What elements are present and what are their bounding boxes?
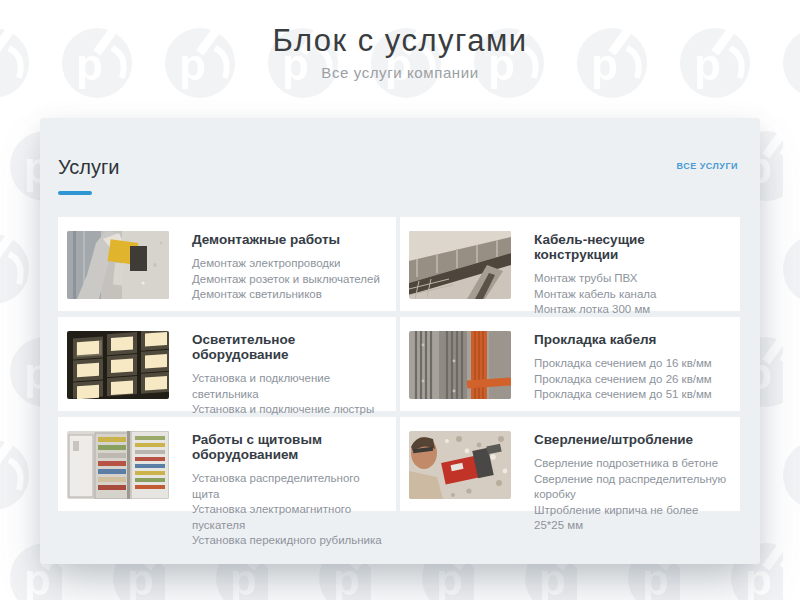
service-card-demolition[interactable]: Демонтажные работы Демонтаж электропрово…: [58, 217, 396, 311]
page-subtitle: Все услуги компании: [0, 64, 800, 81]
service-line: Демонтаж розеток и выключателей: [192, 272, 380, 288]
service-info: Кабель-несущие конструкции Монтаж трубы …: [534, 231, 730, 311]
cable-tray-ceiling-photo: [409, 231, 511, 299]
service-line: Установка и подключение светильника: [192, 371, 386, 402]
service-title: Работы с щитовым оборудованием: [192, 432, 386, 462]
service-info: Осветительное оборудование Установка и п…: [192, 331, 386, 411]
service-info: Прокладка кабеля Прокладка сечением до 1…: [534, 331, 712, 411]
service-card-cable-structures[interactable]: Кабель-несущие конструкции Монтаж трубы …: [400, 217, 740, 311]
service-line: Демонтаж электропроводки: [192, 256, 380, 272]
service-line: Демонтаж светильников: [192, 287, 380, 303]
switchboard-cabinets-photo: [67, 431, 169, 499]
all-services-link[interactable]: ВСЕ УСЛУГИ: [676, 161, 738, 171]
services-grid: Демонтажные работы Демонтаж электропрово…: [58, 217, 740, 511]
service-line: Сверление под распределительную коробку: [534, 472, 730, 503]
heading-accent-bar: [58, 191, 92, 195]
service-line: Сверление подрозетника в бетоне: [534, 456, 730, 472]
service-line: Монтаж кабель канала: [534, 287, 730, 303]
service-card-lighting[interactable]: Осветительное оборудование Установка и п…: [58, 317, 396, 411]
service-title: Прокладка кабеля: [534, 332, 712, 347]
service-info: Работы с щитовым оборудованием Установка…: [192, 431, 386, 511]
service-line: Прокладка сечением до 51 кв/мм: [534, 387, 712, 403]
card-heading: Услуги: [58, 156, 120, 179]
service-title: Кабель-несущие конструкции: [534, 232, 730, 262]
service-info: Сверление/штробление Сверление подрозетн…: [534, 431, 730, 511]
drilling-worker-photo: [409, 431, 511, 499]
services-card: Услуги ВСЕ УСЛУГИ: [40, 118, 760, 564]
service-title: Осветительное оборудование: [192, 332, 386, 362]
service-title: Демонтажные работы: [192, 232, 380, 247]
service-line: Монтаж лотка 300 мм: [534, 302, 730, 318]
page-header: Блок с услугами Все услуги компании: [0, 22, 800, 81]
card-heading-group: Услуги: [58, 156, 120, 195]
services-card-header: Услуги ВСЕ УСЛУГИ: [40, 118, 760, 195]
facade-lighting-photo: [67, 331, 169, 399]
service-line: Установка перекидного рубильника: [192, 533, 386, 549]
service-line: Монтаж трубы ПВХ: [534, 271, 730, 287]
service-line: Прокладка сечением до 26 кв/мм: [534, 372, 712, 388]
service-title: Сверление/штробление: [534, 432, 730, 447]
page-title: Блок с услугами: [0, 22, 800, 60]
service-card-switchboard[interactable]: Работы с щитовым оборудованием Установка…: [58, 417, 396, 511]
cable-laying-photo: [409, 331, 511, 399]
service-line: Установка и подключение люстры: [192, 402, 386, 418]
service-card-cable-laying[interactable]: Прокладка кабеля Прокладка сечением до 1…: [400, 317, 740, 411]
service-line: Установка распределительного щита: [192, 471, 386, 502]
service-card-drilling[interactable]: Сверление/штробление Сверление подрозетн…: [400, 417, 740, 511]
wall-chasing-worker-photo: [67, 231, 169, 299]
service-line: Штробление кирпича не более 25*25 мм: [534, 503, 730, 534]
service-info: Демонтажные работы Демонтаж электропрово…: [192, 231, 380, 311]
service-line: Установка электромагнитного пускателя: [192, 502, 386, 533]
service-line: Прокладка сечением до 16 кв/мм: [534, 356, 712, 372]
